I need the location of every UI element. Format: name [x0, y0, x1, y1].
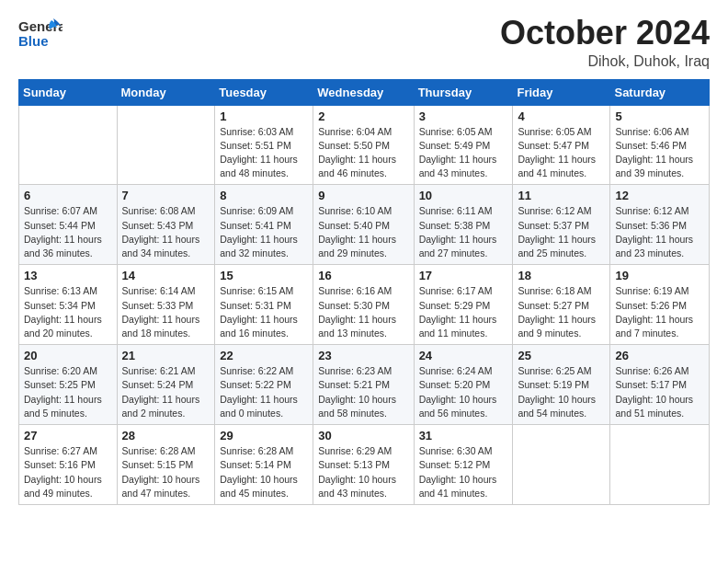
calendar-week-row: 13Sunrise: 6:13 AM Sunset: 5:34 PM Dayli…	[19, 265, 710, 345]
day-number: 19	[615, 269, 704, 282]
calendar-week-row: 27Sunrise: 6:27 AM Sunset: 5:16 PM Dayli…	[19, 425, 710, 505]
calendar-cell: 30Sunrise: 6:29 AM Sunset: 5:13 PM Dayli…	[313, 425, 414, 505]
title-block: October 2024 Dihok, Duhok, Iraq	[500, 15, 710, 70]
calendar-cell: 28Sunrise: 6:28 AM Sunset: 5:15 PM Dayli…	[117, 425, 215, 505]
day-detail: Sunrise: 6:12 AM Sunset: 5:37 PM Dayligh…	[518, 204, 605, 260]
calendar-cell: 2Sunrise: 6:04 AM Sunset: 5:50 PM Daylig…	[313, 105, 414, 185]
day-number: 15	[220, 269, 308, 282]
calendar-cell: 14Sunrise: 6:14 AM Sunset: 5:33 PM Dayli…	[117, 265, 215, 345]
calendar-cell: 13Sunrise: 6:13 AM Sunset: 5:34 PM Dayli…	[19, 265, 118, 345]
day-number: 13	[24, 269, 112, 282]
calendar-table: SundayMondayTuesdayWednesdayThursdayFrid…	[18, 79, 710, 505]
calendar-cell: 20Sunrise: 6:20 AM Sunset: 5:25 PM Dayli…	[19, 345, 118, 425]
day-detail: Sunrise: 6:06 AM Sunset: 5:46 PM Dayligh…	[615, 125, 704, 181]
day-number: 12	[615, 189, 704, 202]
day-number: 16	[318, 269, 408, 282]
day-detail: Sunrise: 6:10 AM Sunset: 5:40 PM Dayligh…	[318, 204, 408, 260]
day-detail: Sunrise: 6:27 AM Sunset: 5:16 PM Dayligh…	[24, 444, 112, 500]
day-detail: Sunrise: 6:20 AM Sunset: 5:25 PM Dayligh…	[24, 364, 112, 420]
day-detail: Sunrise: 6:23 AM Sunset: 5:21 PM Dayligh…	[318, 364, 408, 420]
weekday-header-thursday: Thursday	[414, 79, 513, 105]
calendar-cell: 15Sunrise: 6:15 AM Sunset: 5:31 PM Dayli…	[215, 265, 313, 345]
calendar-cell: 17Sunrise: 6:17 AM Sunset: 5:29 PM Dayli…	[414, 265, 513, 345]
day-detail: Sunrise: 6:12 AM Sunset: 5:36 PM Dayligh…	[615, 204, 704, 260]
day-detail: Sunrise: 6:30 AM Sunset: 5:12 PM Dayligh…	[419, 444, 508, 500]
day-detail: Sunrise: 6:24 AM Sunset: 5:20 PM Dayligh…	[419, 364, 508, 420]
calendar-cell: 27Sunrise: 6:27 AM Sunset: 5:16 PM Dayli…	[19, 425, 118, 505]
day-number: 1	[220, 109, 308, 123]
calendar-cell: 19Sunrise: 6:19 AM Sunset: 5:26 PM Dayli…	[610, 265, 710, 345]
day-number: 31	[419, 429, 508, 442]
day-number: 27	[24, 429, 112, 442]
day-number: 30	[318, 429, 408, 442]
calendar-cell: 7Sunrise: 6:08 AM Sunset: 5:43 PM Daylig…	[117, 185, 215, 265]
month-title: October 2024	[500, 15, 710, 52]
day-number: 29	[220, 429, 308, 442]
day-detail: Sunrise: 6:05 AM Sunset: 5:49 PM Dayligh…	[419, 125, 508, 181]
day-number: 26	[615, 349, 704, 362]
day-number: 28	[122, 429, 210, 442]
day-detail: Sunrise: 6:22 AM Sunset: 5:22 PM Dayligh…	[220, 364, 308, 420]
day-number: 24	[419, 349, 508, 362]
calendar-cell: 18Sunrise: 6:18 AM Sunset: 5:27 PM Dayli…	[513, 265, 610, 345]
day-number: 3	[419, 109, 508, 123]
calendar-cell: 5Sunrise: 6:06 AM Sunset: 5:46 PM Daylig…	[610, 105, 710, 185]
calendar-cell: 12Sunrise: 6:12 AM Sunset: 5:36 PM Dayli…	[610, 185, 710, 265]
calendar-week-row: 6Sunrise: 6:07 AM Sunset: 5:44 PM Daylig…	[19, 185, 710, 265]
day-number: 4	[518, 109, 605, 123]
day-number: 6	[24, 189, 112, 202]
day-detail: Sunrise: 6:09 AM Sunset: 5:41 PM Dayligh…	[220, 204, 308, 260]
day-number: 5	[615, 109, 704, 123]
day-number: 23	[318, 349, 408, 362]
day-detail: Sunrise: 6:15 AM Sunset: 5:31 PM Dayligh…	[220, 284, 308, 340]
page: General Blue October 2024 Dihok, Duhok, …	[0, 0, 728, 563]
weekday-header-saturday: Saturday	[610, 79, 710, 105]
calendar-cell: 11Sunrise: 6:12 AM Sunset: 5:37 PM Dayli…	[513, 185, 610, 265]
weekday-header-tuesday: Tuesday	[215, 79, 313, 105]
logo-icon: General Blue	[18, 17, 63, 52]
day-number: 11	[518, 189, 605, 202]
day-number: 8	[220, 189, 308, 202]
day-detail: Sunrise: 6:29 AM Sunset: 5:13 PM Dayligh…	[318, 444, 408, 500]
day-number: 17	[419, 269, 508, 282]
day-number: 7	[122, 189, 210, 202]
calendar-cell: 8Sunrise: 6:09 AM Sunset: 5:41 PM Daylig…	[215, 185, 313, 265]
day-number: 2	[318, 109, 408, 123]
day-detail: Sunrise: 6:17 AM Sunset: 5:29 PM Dayligh…	[419, 284, 508, 340]
calendar-cell: 31Sunrise: 6:30 AM Sunset: 5:12 PM Dayli…	[414, 425, 513, 505]
day-detail: Sunrise: 6:26 AM Sunset: 5:17 PM Dayligh…	[615, 364, 704, 420]
day-detail: Sunrise: 6:28 AM Sunset: 5:15 PM Dayligh…	[122, 444, 210, 500]
calendar-cell: 16Sunrise: 6:16 AM Sunset: 5:30 PM Dayli…	[313, 265, 414, 345]
day-number: 22	[220, 349, 308, 362]
day-detail: Sunrise: 6:11 AM Sunset: 5:38 PM Dayligh…	[419, 204, 508, 260]
day-detail: Sunrise: 6:18 AM Sunset: 5:27 PM Dayligh…	[518, 284, 605, 340]
calendar-cell	[513, 425, 610, 505]
calendar-cell: 6Sunrise: 6:07 AM Sunset: 5:44 PM Daylig…	[19, 185, 118, 265]
weekday-header-wednesday: Wednesday	[313, 79, 414, 105]
day-number: 9	[318, 189, 408, 202]
day-number: 21	[122, 349, 210, 362]
calendar-cell: 10Sunrise: 6:11 AM Sunset: 5:38 PM Dayli…	[414, 185, 513, 265]
day-detail: Sunrise: 6:19 AM Sunset: 5:26 PM Dayligh…	[615, 284, 704, 340]
calendar-cell	[117, 105, 215, 185]
calendar-cell	[19, 105, 118, 185]
day-detail: Sunrise: 6:05 AM Sunset: 5:47 PM Dayligh…	[518, 125, 605, 181]
calendar-cell	[610, 425, 710, 505]
calendar-week-row: 1Sunrise: 6:03 AM Sunset: 5:51 PM Daylig…	[19, 105, 710, 185]
day-number: 10	[419, 189, 508, 202]
day-detail: Sunrise: 6:14 AM Sunset: 5:33 PM Dayligh…	[122, 284, 210, 340]
day-number: 18	[518, 269, 605, 282]
day-detail: Sunrise: 6:03 AM Sunset: 5:51 PM Dayligh…	[220, 125, 308, 181]
day-detail: Sunrise: 6:04 AM Sunset: 5:50 PM Dayligh…	[318, 125, 408, 181]
day-number: 25	[518, 349, 605, 362]
logo: General Blue	[18, 15, 63, 52]
day-detail: Sunrise: 6:21 AM Sunset: 5:24 PM Dayligh…	[122, 364, 210, 420]
calendar-cell: 1Sunrise: 6:03 AM Sunset: 5:51 PM Daylig…	[215, 105, 313, 185]
svg-text:Blue: Blue	[18, 33, 49, 49]
calendar-cell: 3Sunrise: 6:05 AM Sunset: 5:49 PM Daylig…	[414, 105, 513, 185]
calendar-week-row: 20Sunrise: 6:20 AM Sunset: 5:25 PM Dayli…	[19, 345, 710, 425]
calendar-cell: 4Sunrise: 6:05 AM Sunset: 5:47 PM Daylig…	[513, 105, 610, 185]
calendar-cell: 21Sunrise: 6:21 AM Sunset: 5:24 PM Dayli…	[117, 345, 215, 425]
weekday-header-monday: Monday	[117, 79, 215, 105]
day-detail: Sunrise: 6:16 AM Sunset: 5:30 PM Dayligh…	[318, 284, 408, 340]
